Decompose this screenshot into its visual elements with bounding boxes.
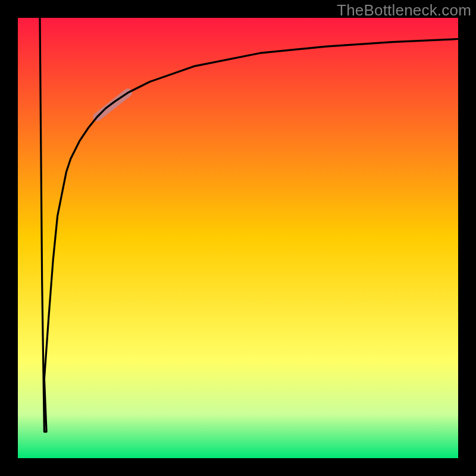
plot-background [18,18,458,458]
chart-frame: TheBottleneck.com [0,0,476,476]
credit-text: TheBottleneck.com [337,1,471,20]
chart-svg [0,0,476,476]
